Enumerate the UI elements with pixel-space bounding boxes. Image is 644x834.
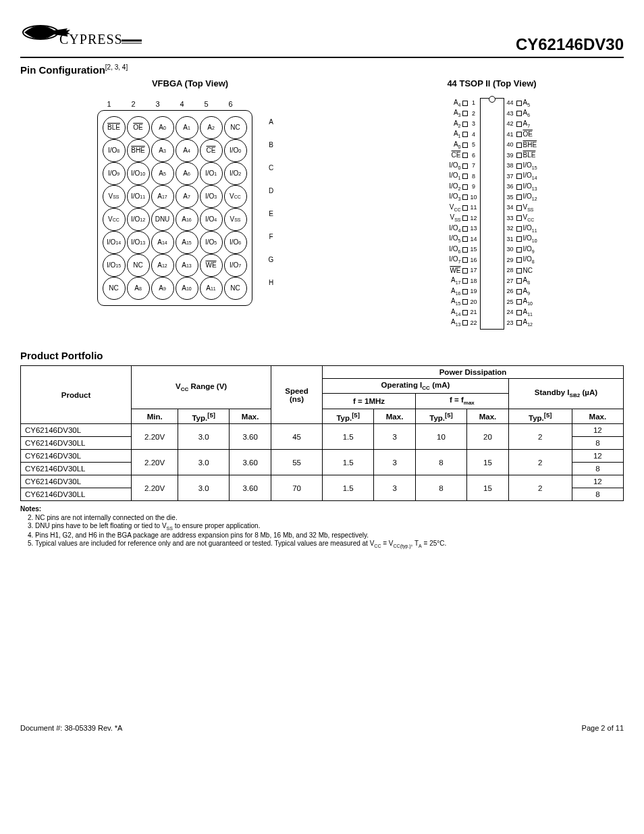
bga-ball: A11 <box>199 277 223 300</box>
tsop-pin: 23A12 <box>504 318 547 329</box>
notes-list: NC pins are not internally connected on … <box>20 514 624 548</box>
tsop-pin: 35I/O12 <box>504 192 547 203</box>
cell: 70 <box>271 475 323 501</box>
tsop-pin: A1520 <box>437 297 480 308</box>
cell: 3.0 <box>178 424 230 450</box>
bga-ball: A8 <box>126 277 151 300</box>
bga-ball: I/O5 <box>199 231 223 254</box>
tsop-pin: VCC11 <box>437 203 480 213</box>
bga-col-header: 1 <box>97 98 122 110</box>
tsop-pin: I/O07 <box>437 161 480 172</box>
th-f1: f = 1MHz <box>323 394 416 409</box>
cell-product: CY62146DV30LL <box>21 463 132 475</box>
note-item: DNU pins have to be left floating or tie… <box>35 522 624 531</box>
bga-row-label: B <box>252 133 284 156</box>
bga-row-label: D <box>252 179 284 202</box>
table-row: CY62146DV30L2.20V3.03.60701.53815212 <box>21 475 624 488</box>
tsop-pin: VSS12 <box>437 213 480 224</box>
bga-ball: I/O1 <box>199 162 223 185</box>
bga-ball: A4 <box>175 139 199 162</box>
cell: 20 <box>467 424 509 450</box>
tsop-pin: I/O514 <box>437 234 480 245</box>
tsop-pin: A1718 <box>437 276 480 287</box>
tsop-pin: 37I/O14 <box>504 172 547 182</box>
cell: 12 <box>572 424 623 437</box>
note-item: NC pins are not internally connected on … <box>35 514 624 521</box>
doc-number: Document #: 38-05339 Rev. *A <box>20 724 122 732</box>
bga-row-label: A <box>252 110 284 133</box>
table-row: CY62146DV30L2.20V3.03.60551.53815212 <box>21 450 624 463</box>
cell: 1.5 <box>323 475 374 501</box>
cell: 15 <box>467 450 509 475</box>
bga-ball: I/O9 <box>102 162 126 185</box>
bga-col-header: 3 <box>146 98 170 110</box>
bga-ball: A13 <box>175 254 199 277</box>
notes-section: Notes: NC pins are not internally connec… <box>20 505 624 548</box>
cell: 12 <box>572 475 623 488</box>
bga-ball: I/O14 <box>102 231 126 254</box>
cell: 2.20V <box>132 475 178 501</box>
bga-ball: I/O2 <box>223 162 248 185</box>
bga-ball: I/O3 <box>199 185 223 208</box>
th-max: Max. <box>230 409 271 424</box>
bga-ball: I/O15 <box>102 254 126 277</box>
th-vcc: VCC Range (V) <box>132 366 271 409</box>
cell: 2.20V <box>132 450 178 475</box>
cypress-logo-icon: CYPRESS <box>20 14 142 54</box>
cell: 2 <box>508 424 572 450</box>
bga-ball: NC <box>223 277 248 300</box>
bga-ball: A12 <box>151 254 175 277</box>
tsop-pin: 25A10 <box>504 297 547 308</box>
tsop-pin: 29I/O8 <box>504 255 547 266</box>
th-icc: Operating ICC (mA) <box>323 379 509 394</box>
bga-ball: I/O7 <box>223 254 248 277</box>
tsop-pin: I/O716 <box>437 255 480 266</box>
cell: 3 <box>374 450 416 475</box>
cell: 2 <box>508 475 572 501</box>
tsop-pin: 44A5 <box>504 98 547 109</box>
th-typ: Typ.[5] <box>178 409 230 424</box>
bga-ball: A14 <box>151 231 175 254</box>
bga-col: VFBGA (Top View) 123456 BLEOEA0A1A2NCI/O… <box>97 78 284 330</box>
bga-row-label: H <box>252 271 284 294</box>
note-item: Pins H1, G2, and H6 in the BGA package a… <box>35 531 624 539</box>
tsop-col: 44 TSOP II (Top View) A41A32A23A14A05CE6… <box>437 78 547 330</box>
bga-ball: I/O6 <box>223 231 248 254</box>
tsop-pin: 41OE <box>504 130 547 140</box>
bga-col-header: 2 <box>122 98 146 110</box>
bga-ball: A1 <box>175 116 199 139</box>
bga-row-label: C <box>252 156 284 179</box>
tsop-pin: 27A8 <box>504 276 547 287</box>
bga-ball: A16 <box>175 208 199 231</box>
table-row: CY62146DV30L2.20V3.03.60451.531020212 <box>21 424 624 437</box>
bga-row-label: G <box>252 248 284 271</box>
cell-product: CY62146DV30L <box>21 424 132 437</box>
cell: 10 <box>415 424 466 450</box>
bga-caption: VFBGA (Top View) <box>97 78 284 88</box>
cell: 3.0 <box>178 475 230 501</box>
cell: 12 <box>572 450 623 463</box>
cell-product: CY62146DV30LL <box>21 488 132 501</box>
tsop-pin: I/O615 <box>437 244 480 255</box>
tsop-pin: 31I/O10 <box>504 234 547 245</box>
page-number: Page 2 of 11 <box>582 724 624 732</box>
tsop-pin: 30I/O9 <box>504 244 547 255</box>
th-product: Product <box>21 366 132 424</box>
bga-ball: I/O10 <box>126 162 151 185</box>
note-item: Typical values are included for referenc… <box>35 540 624 548</box>
part-number: CY62146DV30 <box>516 35 624 54</box>
bga-col-header: 5 <box>194 98 219 110</box>
bga-ball: NC <box>102 277 126 300</box>
cell: 3.0 <box>178 450 230 475</box>
th-typ4: Typ.[5] <box>508 409 572 424</box>
tsop-pin: A23 <box>437 119 480 130</box>
bga-ball: VCC <box>102 208 126 231</box>
bga-ball: NC <box>126 254 151 277</box>
bga-ball: VSS <box>102 185 126 208</box>
th-max2: Max. <box>374 409 416 424</box>
tsop-pin: 28NC <box>504 265 547 276</box>
tsop-pin: 43A6 <box>504 109 547 120</box>
bga-ball: I/O4 <box>199 208 223 231</box>
tsop-pin: A1322 <box>437 318 480 329</box>
bga-ball: WE <box>199 254 223 277</box>
